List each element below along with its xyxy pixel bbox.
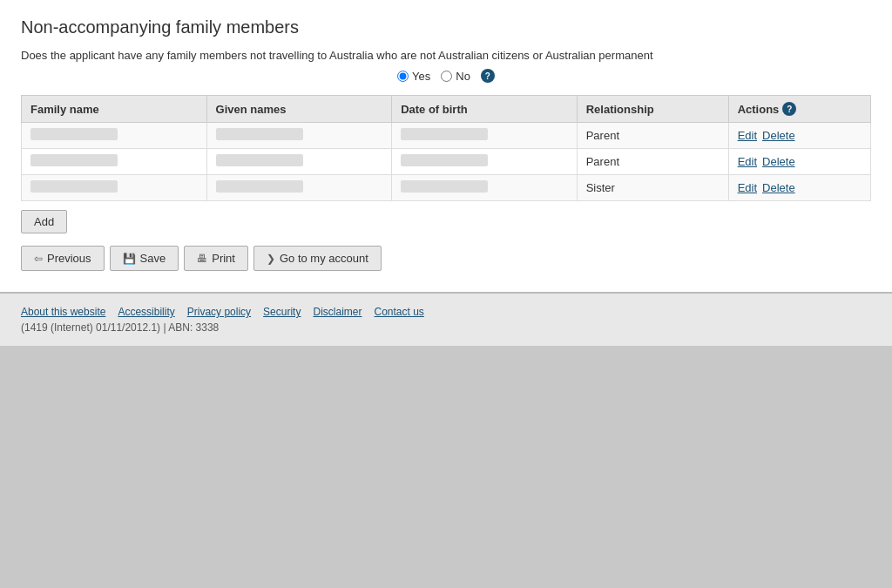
cell-given_names — [206, 123, 392, 149]
no-radio[interactable] — [441, 71, 452, 82]
footer-link-security[interactable]: Security — [263, 306, 301, 318]
print-icon: 🖶 — [197, 253, 207, 265]
cell-dob — [392, 123, 578, 149]
yes-radio-label[interactable]: Yes — [397, 70, 430, 83]
cell-given_names — [206, 175, 392, 201]
save-icon: 💾 — [123, 253, 136, 265]
col-given-names: Given names — [206, 96, 392, 123]
cell-family_name — [22, 175, 207, 201]
print-button[interactable]: 🖶 Print — [184, 246, 248, 271]
footer-links: About this websiteAccessibilityPrivacy p… — [21, 306, 871, 318]
cell-actions: EditDelete — [728, 175, 870, 201]
page-title: Non-accompanying family members — [21, 17, 871, 37]
table-row: ParentEditDelete — [22, 123, 871, 149]
cell-relationship: Sister — [577, 175, 728, 201]
previous-label: Previous — [47, 252, 91, 265]
edit-link[interactable]: Edit — [738, 181, 757, 194]
family-members-table: Family name Given names Date of birth Re… — [21, 95, 871, 201]
footer-link-about-this-website[interactable]: About this website — [21, 306, 105, 318]
delete-link[interactable]: Delete — [762, 155, 795, 168]
cell-family_name — [22, 149, 207, 175]
save-button[interactable]: 💾 Save — [110, 246, 179, 271]
footer: About this websiteAccessibilityPrivacy p… — [0, 293, 892, 346]
yes-label: Yes — [412, 70, 430, 83]
edit-link[interactable]: Edit — [738, 129, 757, 142]
yes-radio[interactable] — [397, 71, 409, 82]
cell-actions: EditDelete — [728, 149, 870, 175]
cell-dob — [392, 175, 578, 201]
actions-help-icon[interactable]: ? — [782, 102, 796, 116]
go-to-account-icon: ❯ — [267, 253, 275, 265]
delete-link[interactable]: Delete — [762, 129, 795, 142]
cell-relationship: Parent — [577, 123, 728, 149]
main-content: Non-accompanying family members Does the… — [0, 0, 892, 293]
footer-link-privacy-policy[interactable]: Privacy policy — [187, 306, 251, 318]
go-to-account-button[interactable]: ❯ Go to my account — [253, 246, 382, 271]
cell-dob — [392, 149, 578, 175]
col-family-name: Family name — [22, 96, 207, 123]
no-radio-label[interactable]: No — [441, 70, 470, 83]
previous-button[interactable]: ⇦ Previous — [21, 246, 105, 271]
add-button[interactable]: Add — [21, 210, 67, 233]
footer-link-contact-us[interactable]: Contact us — [374, 306, 423, 318]
question-text: Does the applicant have any family membe… — [21, 48, 871, 64]
col-dob: Date of birth — [392, 96, 578, 123]
table-row: SisterEditDelete — [22, 175, 871, 201]
nav-buttons: ⇦ Previous 💾 Save 🖶 Print ❯ Go to my acc… — [21, 246, 871, 271]
table-body: ParentEditDeleteParentEditDeleteSisterEd… — [22, 123, 871, 201]
col-relationship: Relationship — [577, 96, 728, 123]
footer-link-accessibility[interactable]: Accessibility — [118, 306, 174, 318]
cell-given_names — [206, 149, 392, 175]
yes-no-radio-group: Yes No ? — [21, 69, 871, 83]
cell-family_name — [22, 123, 207, 149]
footer-link-disclaimer[interactable]: Disclaimer — [313, 306, 362, 318]
footer-version: (1419 (Internet) 01/11/2012.1) | ABN: 33… — [21, 321, 871, 334]
actions-label: Actions — [738, 103, 780, 116]
previous-icon: ⇦ — [34, 253, 43, 265]
print-label: Print — [212, 252, 235, 265]
go-to-account-label: Go to my account — [280, 252, 368, 265]
table-header: Family name Given names Date of birth Re… — [22, 96, 871, 123]
col-actions: Actions ? — [728, 96, 870, 123]
delete-link[interactable]: Delete — [762, 181, 795, 194]
edit-link[interactable]: Edit — [738, 155, 757, 168]
help-icon[interactable]: ? — [481, 69, 495, 83]
table-row: ParentEditDelete — [22, 149, 871, 175]
cell-actions: EditDelete — [728, 123, 870, 149]
no-label: No — [456, 70, 470, 83]
cell-relationship: Parent — [577, 149, 728, 175]
save-label: Save — [140, 252, 166, 265]
